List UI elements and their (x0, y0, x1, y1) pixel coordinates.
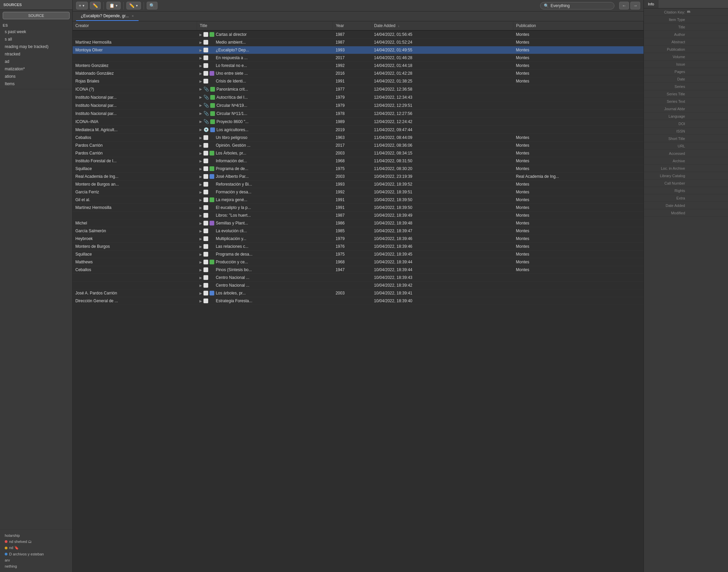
table-row[interactable]: ▶ Libros: "Los huert... 1987 10/04/2022,… (73, 212, 644, 219)
sidebar-item-arv[interactable]: arv (3, 557, 70, 563)
info-tab[interactable]: Info (644, 0, 658, 8)
table-row[interactable]: Rojas Briales ▶ Crisis de Identi... 1991… (73, 77, 644, 85)
tab-close-button[interactable]: × (131, 14, 134, 18)
expand-arrow[interactable]: ▶ (199, 48, 202, 52)
expand-arrow[interactable]: ▶ (199, 72, 202, 75)
table-row[interactable]: ICONA–INIA ▶ 📎 Proyecto 8600 "... 1989 1… (73, 118, 644, 126)
expand-arrow[interactable]: ▶ (199, 190, 202, 194)
expand-arrow[interactable]: ▶ (199, 128, 202, 132)
table-row[interactable]: ▶ Centro Nacional ... 10/04/2022, 18:39:… (73, 274, 644, 282)
expand-arrow[interactable]: ▶ (199, 33, 202, 37)
table-row[interactable]: Ceballos ▶ Pinos (Síntesis bo... 1947 10… (73, 266, 644, 274)
tab-eucalipto[interactable]: ¿Eucalipto? Depende, gr... × (76, 11, 139, 21)
expand-arrow[interactable]: ▶ (199, 198, 202, 202)
sidebar-item-shelved[interactable]: nd shelved 🗂 (3, 539, 70, 545)
expand-arrow[interactable]: ▶ (199, 175, 202, 178)
table-row[interactable]: García Ferriz ▶ Formación y desa... 1992… (73, 188, 644, 196)
expand-arrow[interactable]: ▶ (199, 144, 202, 147)
expand-arrow[interactable]: ▶ (199, 245, 202, 248)
expand-arrow[interactable]: ▶ (199, 214, 202, 217)
expand-arrow[interactable]: ▶ (199, 291, 202, 295)
table-row[interactable]: Instituto Nacional par... ▶ 📎 Autocrític… (73, 93, 644, 101)
expand-arrow[interactable]: ▶ (199, 221, 202, 225)
sidebar-item-past-week[interactable]: s past week (0, 28, 72, 35)
table-row[interactable]: Martínez Hermosilla ▶ El eucalipto y la … (73, 204, 644, 212)
expand-arrow[interactable]: ▶ (199, 260, 202, 264)
table-row[interactable]: Montero de Burgos ▶ Las relaciones c... … (73, 243, 644, 251)
table-row[interactable]: Maldonado González ▶ Uno entre siete ...… (73, 70, 644, 77)
table-row[interactable]: Gil et al. ▶ La mejora gené... 1991 10/0… (73, 196, 644, 204)
expand-arrow[interactable]: ▶ (199, 64, 202, 68)
nav-back-button[interactable]: ← (619, 2, 629, 9)
expand-arrow[interactable]: ▶ (199, 183, 202, 186)
edit-button[interactable]: ✏️ (90, 2, 101, 9)
col-title[interactable]: Title (197, 21, 333, 30)
sidebar-item-matization[interactable]: matization* (0, 65, 72, 73)
table-row[interactable]: Pardos Carrión ▶ Los Árboles, pr... 2003… (73, 149, 644, 157)
table-row[interactable]: Squillace ▶ Programa de de... 1975 11/04… (73, 165, 644, 173)
table-row[interactable]: Martínez Hermosilla ▶ Medio ambient... 1… (73, 39, 644, 46)
table-row[interactable]: Dirección General de ... ▶ Estrategia Fo… (73, 297, 644, 305)
table-row[interactable]: ICONA (?) ▶ 📎 Panorámica crit... 1977 12… (73, 85, 644, 93)
expand-arrow[interactable]: ▶ (199, 237, 202, 241)
expand-arrow[interactable]: ▶ (199, 284, 202, 287)
col-publication[interactable]: Publication (513, 21, 644, 30)
sidebar-item-items[interactable]: Items (0, 80, 72, 88)
expand-arrow[interactable]: ▶ (199, 136, 202, 140)
items-table-container[interactable]: Creator Title Year Date Added ↓ Publicat… (73, 21, 644, 572)
sidebar-item-holarship[interactable]: holarship (3, 532, 70, 539)
add-button[interactable]: + ▼ (76, 2, 88, 9)
table-row[interactable]: ▶ Centro Nacional ... 10/04/2022, 18:39:… (73, 282, 644, 289)
table-row[interactable]: Squillace ▶ Programa de desa... 1975 10/… (73, 251, 644, 258)
table-row[interactable]: Pardos Carrión ▶ Opinión. Gestión ... 20… (73, 142, 644, 149)
expand-arrow[interactable]: ▶ (199, 95, 202, 99)
table-row[interactable]: Matthews ▶ Producción y ce... 1968 10/04… (73, 258, 644, 266)
expand-arrow[interactable]: ▶ (199, 56, 202, 60)
sidebar-item-nething[interactable]: nething (3, 563, 70, 569)
expand-arrow[interactable]: ▶ (199, 79, 202, 83)
sidebar-item-all[interactable]: s all (0, 35, 72, 43)
col-year[interactable]: Year (333, 21, 371, 30)
table-row[interactable]: Instituto Nacional par... ▶ 📎 Circular N… (73, 110, 644, 118)
table-row[interactable]: ▶ En respuesta a ... 2017 14/04/2022, 01… (73, 54, 644, 62)
expand-arrow[interactable]: ▶ (199, 159, 202, 163)
table-row[interactable]: Real Academia de Ing... ▶ José Alberto P… (73, 173, 644, 181)
sidebar-item-untracked[interactable]: ntracked (0, 50, 72, 58)
table-row[interactable]: Michel ▶ Semillas y Plant... 1986 10/04/… (73, 219, 644, 227)
table-row[interactable]: Instituto Nacional par... ▶ 📎 Circular N… (73, 101, 644, 110)
expand-arrow[interactable]: ▶ (199, 167, 202, 171)
table-row[interactable]: ▶ Cartas al director 1987 14/04/2022, 01… (73, 30, 644, 39)
table-row[interactable]: Mediateca M. Agricult... ▶ 💿 Los agricul… (73, 126, 644, 134)
sidebar-item-archivos[interactable]: D archivos y esteban (3, 551, 70, 557)
source-button[interactable]: SOURCE (3, 12, 70, 19)
expand-arrow[interactable]: ▶ (199, 103, 202, 107)
table-row[interactable]: Montoya Oliver ▶ ¿Eucalipto? Dep... 1993… (73, 46, 644, 54)
expand-arrow[interactable]: ▶ (199, 206, 202, 210)
sidebar-item-ad[interactable]: ad (0, 58, 72, 65)
expand-arrow[interactable]: ▶ (199, 299, 202, 303)
table-row[interactable]: José A. Pardos Carrión ▶ Los árboles, pr… (73, 289, 644, 297)
sidebar-item-bookmarked[interactable]: nd 🔖 (3, 545, 70, 551)
expand-arrow[interactable]: ▶ (199, 120, 202, 123)
col-creator[interactable]: Creator (73, 21, 197, 30)
expand-arrow[interactable]: ▶ (199, 87, 202, 91)
expand-arrow[interactable]: ▶ (199, 112, 202, 115)
expand-arrow[interactable]: ▶ (199, 41, 202, 44)
table-row[interactable]: Ceballos ▶ Un libro peligroso 1963 11/04… (73, 134, 644, 142)
expand-arrow[interactable]: ▶ (199, 253, 202, 256)
table-row[interactable]: Heybroek ▶ Multiplicación y... 1979 10/0… (73, 235, 644, 243)
table-row[interactable]: Montero de Burgos an... ▶ Reforestación … (73, 181, 644, 188)
sidebar-item-reading-tracked[interactable]: reading may be tracked) (0, 43, 72, 50)
expand-arrow[interactable]: ▶ (199, 276, 202, 280)
table-row[interactable]: García Salmerón ▶ La evolución cli... 19… (73, 227, 644, 235)
table-row[interactable]: Montero González ▶ Lo forestal no e... 1… (73, 62, 644, 70)
action-button[interactable]: ✏️ ▼ (126, 2, 141, 9)
search-button[interactable]: 🔍 (147, 2, 157, 9)
search-input[interactable] (551, 3, 601, 8)
nav-forward-button[interactable]: → (630, 2, 640, 9)
sidebar-item-ations[interactable]: ations (0, 73, 72, 80)
col-date-added[interactable]: Date Added ↓ (371, 21, 513, 30)
expand-arrow[interactable]: ▶ (199, 151, 202, 155)
layout-button[interactable]: 📋 ▼ (106, 2, 121, 9)
table-row[interactable]: Instituto Forestal de I... ▶ Información… (73, 157, 644, 165)
